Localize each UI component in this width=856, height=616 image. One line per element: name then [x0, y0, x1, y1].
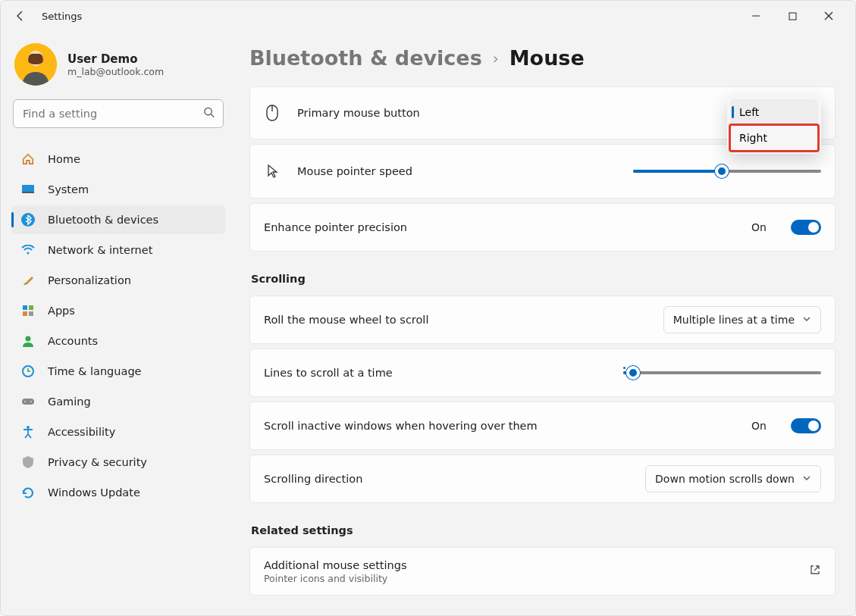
roll-wheel-value: Multiple lines at a time — [673, 314, 795, 326]
sidebar-item-personalization[interactable]: Personalization — [11, 266, 225, 295]
shield-icon — [20, 455, 36, 470]
sidebar-item-label: Network & internet — [48, 244, 152, 256]
update-icon — [20, 485, 36, 500]
breadcrumb: Bluetooth & devices › Mouse — [249, 46, 836, 70]
maximize-button[interactable] — [775, 4, 810, 28]
roll-wheel-combo[interactable]: Multiple lines at a time — [663, 306, 821, 333]
pointer-speed-slider[interactable] — [633, 170, 821, 173]
user-profile[interactable]: User Demo m_lab@outlook.com — [14, 43, 222, 86]
enhance-pointer-precision-row: Enhance pointer precision On — [249, 203, 836, 252]
chevron-down-icon — [802, 314, 811, 326]
apps-icon — [20, 303, 36, 318]
lines-to-scroll-slider[interactable] — [623, 371, 821, 374]
close-button[interactable] — [811, 4, 846, 28]
search-box[interactable] — [13, 99, 224, 128]
enhance-pointer-precision-label: Enhance pointer precision — [264, 221, 407, 233]
sidebar-item-label: Time & language — [48, 365, 142, 377]
search-input[interactable] — [13, 99, 224, 128]
sidebar-item-windows-update[interactable]: Windows Update — [11, 478, 225, 507]
sidebar-item-system[interactable]: System — [11, 175, 225, 204]
scroll-inactive-toggle[interactable] — [791, 418, 821, 433]
sidebar-item-label: Windows Update — [48, 486, 140, 499]
breadcrumb-current: Mouse — [510, 46, 585, 70]
scroll-inactive-label: Scroll inactive windows when hovering ov… — [264, 420, 538, 432]
sidebar-item-label: Accessibility — [48, 426, 115, 438]
sidebar-item-label: Accounts — [48, 335, 98, 347]
svg-point-4 — [205, 108, 212, 114]
breadcrumb-parent[interactable]: Bluetooth & devices — [249, 46, 482, 70]
scrolling-direction-combo[interactable]: Down motion scrolls down — [645, 465, 821, 492]
additional-mouse-settings-row[interactable]: Additional mouse settings Pointer icons … — [249, 547, 836, 596]
avatar — [14, 43, 57, 86]
svg-point-19 — [27, 426, 30, 429]
dropdown-option-right[interactable]: Right — [730, 125, 818, 151]
sidebar-item-network[interactable]: Network & internet — [11, 236, 225, 264]
scroll-inactive-row: Scroll inactive windows when hovering ov… — [249, 402, 836, 450]
dropdown-option-left[interactable]: Left — [730, 99, 818, 125]
primary-button-dropdown[interactable]: Left Right — [727, 96, 821, 154]
paintbrush-icon — [20, 273, 36, 288]
sidebar-item-label: Home — [48, 153, 80, 165]
additional-mouse-settings-label: Additional mouse settings — [264, 559, 407, 571]
scrolling-direction-value: Down motion scrolls down — [655, 473, 795, 485]
lines-to-scroll-row: Lines to scroll at a time — [249, 349, 836, 397]
primary-mouse-button-row: Primary mouse button Left Right — [249, 86, 836, 139]
svg-point-18 — [30, 401, 32, 402]
system-icon — [20, 182, 36, 197]
roll-wheel-label: Roll the mouse wheel to scroll — [264, 314, 428, 326]
svg-line-5 — [211, 114, 214, 117]
profile-name: User Demo — [67, 52, 164, 66]
enhance-pointer-precision-state: On — [751, 221, 767, 233]
breadcrumb-separator: › — [493, 49, 499, 67]
svg-rect-13 — [29, 311, 33, 316]
sidebar-item-bluetooth-devices[interactable]: Bluetooth & devices — [11, 205, 225, 234]
sidebar-item-accounts[interactable]: Accounts — [11, 327, 225, 355]
scrolling-direction-label: Scrolling direction — [264, 473, 362, 485]
bluetooth-icon — [20, 212, 36, 227]
clock-globe-icon — [20, 364, 36, 379]
wifi-icon — [20, 242, 36, 258]
sidebar-item-accessibility[interactable]: Accessibility — [11, 417, 225, 446]
svg-rect-11 — [29, 305, 33, 310]
sidebar-item-time-language[interactable]: Time & language — [11, 357, 225, 386]
sidebar-item-label: Personalization — [48, 274, 131, 286]
svg-rect-1 — [789, 13, 796, 20]
sidebar-item-gaming[interactable]: Gaming — [11, 387, 225, 416]
chevron-down-icon — [802, 473, 811, 485]
enhance-pointer-precision-toggle[interactable] — [791, 220, 821, 235]
sidebar-item-home[interactable]: Home — [11, 145, 225, 174]
titlebar: Settings — [1, 1, 855, 31]
person-icon — [20, 333, 36, 349]
svg-rect-7 — [22, 192, 34, 193]
sidebar-item-label: Privacy & security — [48, 456, 147, 468]
scrolling-section-title: Scrolling — [251, 273, 836, 285]
mouse-pointer-speed-label: Mouse pointer speed — [297, 165, 412, 177]
sidebar-item-label: Bluetooth & devices — [48, 214, 158, 226]
sidebar-item-label: System — [48, 183, 89, 195]
primary-mouse-button-label: Primary mouse button — [297, 107, 420, 119]
gamepad-icon — [20, 394, 36, 409]
back-button[interactable] — [10, 5, 31, 27]
accessibility-icon — [20, 424, 36, 439]
svg-point-9 — [27, 252, 30, 255]
search-icon — [203, 107, 215, 121]
external-link-icon — [809, 564, 821, 579]
cursor-icon — [264, 164, 281, 179]
mouse-icon — [264, 105, 281, 121]
sidebar-item-privacy-security[interactable]: Privacy & security — [11, 448, 225, 477]
minimize-button[interactable] — [738, 4, 773, 28]
window-title: Settings — [42, 11, 82, 22]
scroll-inactive-state: On — [751, 420, 767, 432]
sidebar-item-apps[interactable]: Apps — [11, 296, 225, 325]
sidebar-item-label: Apps — [48, 305, 75, 317]
lines-to-scroll-label: Lines to scroll at a time — [264, 367, 393, 379]
svg-rect-16 — [22, 399, 34, 405]
roll-wheel-row: Roll the mouse wheel to scroll Multiple … — [249, 295, 836, 344]
related-settings-section-title: Related settings — [251, 524, 836, 536]
sidebar: User Demo m_lab@outlook.com Home System … — [1, 31, 236, 615]
profile-email: m_lab@outlook.com — [67, 66, 164, 77]
svg-rect-12 — [23, 311, 27, 316]
scrolling-direction-row: Scrolling direction Down motion scrolls … — [249, 455, 836, 503]
sidebar-item-label: Gaming — [48, 396, 91, 408]
svg-point-17 — [24, 401, 26, 402]
